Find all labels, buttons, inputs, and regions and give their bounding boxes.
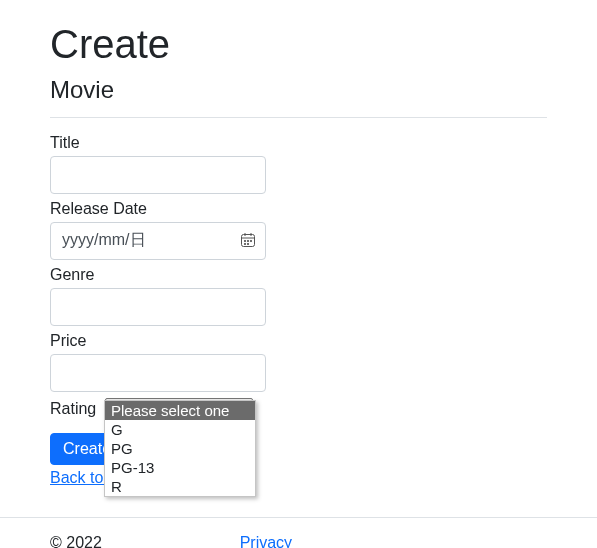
privacy-link[interactable]: Privacy [240, 534, 292, 548]
price-input[interactable] [50, 354, 266, 392]
rating-option-pg[interactable]: PG [105, 439, 255, 458]
rating-option-placeholder[interactable]: Please select one [105, 401, 255, 420]
rating-dropdown-listbox[interactable]: Please select one G PG PG-13 R [104, 400, 256, 497]
title-input[interactable] [50, 156, 266, 194]
page-subtitle: Movie [50, 76, 547, 105]
copyright-text: © 2022 [50, 534, 102, 548]
release-date-label: Release Date [50, 200, 547, 218]
price-label: Price [50, 332, 547, 350]
footer: © 2022 Privacy [0, 517, 597, 548]
rating-label: Rating [50, 400, 96, 417]
rating-option-pg13[interactable]: PG-13 [105, 458, 255, 477]
page-title: Create [50, 20, 547, 68]
genre-label: Genre [50, 266, 547, 284]
rating-option-r[interactable]: R [105, 477, 255, 496]
genre-input[interactable] [50, 288, 266, 326]
divider [50, 117, 547, 118]
rating-option-g[interactable]: G [105, 420, 255, 439]
release-date-input[interactable] [50, 222, 266, 260]
title-label: Title [50, 134, 547, 152]
